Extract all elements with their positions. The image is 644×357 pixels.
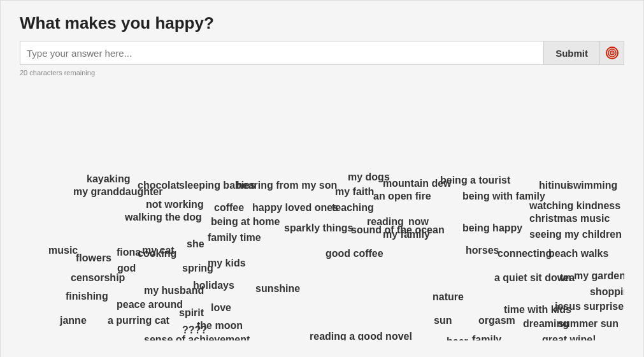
word-item[interactable]: happy loved ones — [252, 202, 338, 214]
word-item[interactable]: finishing — [66, 291, 108, 302]
word-item[interactable]: kayaking — [87, 173, 130, 185]
word-item[interactable]: beer — [447, 336, 468, 340]
word-item[interactable]: sunshine — [255, 283, 300, 295]
word-item[interactable]: being happy — [462, 222, 522, 234]
word-item[interactable]: family — [472, 334, 501, 340]
word-item[interactable]: love — [211, 302, 231, 314]
word-item[interactable]: my kids — [208, 258, 246, 269]
word-item[interactable]: my garden — [574, 270, 624, 282]
word-item[interactable]: spirit — [179, 307, 204, 319]
word-item[interactable]: teaching — [332, 202, 374, 214]
word-item[interactable]: fiona — [117, 247, 141, 258]
word-item[interactable]: connecting — [497, 248, 552, 259]
word-item[interactable]: an open fire — [373, 191, 431, 202]
word-item[interactable]: nature — [433, 291, 464, 303]
word-item[interactable]: my husband — [144, 285, 204, 296]
word-item[interactable]: janne — [60, 315, 87, 326]
word-item[interactable]: seeing my children — [529, 229, 622, 240]
submit-button[interactable]: Submit — [544, 41, 600, 65]
word-cloud: sunshinegood coffeemy familyfamily timem… — [20, 85, 624, 340]
word-item[interactable]: flowers — [76, 252, 111, 264]
word-item[interactable]: swimming — [568, 180, 617, 191]
word-item[interactable]: she — [187, 238, 204, 250]
word-item[interactable]: good coffee — [326, 248, 383, 259]
word-item[interactable]: coffee — [214, 202, 244, 214]
word-item[interactable]: not working — [146, 199, 204, 210]
target-icon-button[interactable] — [600, 41, 624, 65]
word-item[interactable]: a quiet sit down — [494, 272, 571, 284]
word-item[interactable]: time with kids — [504, 304, 571, 316]
word-item[interactable]: a purring cat — [108, 315, 169, 326]
word-item[interactable]: my cat — [142, 245, 175, 256]
word-item[interactable]: ???? — [182, 324, 207, 336]
word-item[interactable]: hitinui — [539, 180, 569, 191]
word-item[interactable]: sleeping well — [70, 339, 134, 340]
word-item[interactable]: surprises — [583, 301, 624, 312]
word-item[interactable]: mountain dew — [383, 178, 452, 189]
svg-point-3 — [612, 52, 613, 54]
answer-input[interactable] — [20, 41, 544, 65]
word-item[interactable]: great wine! — [542, 334, 596, 340]
word-item[interactable]: family time — [208, 232, 261, 244]
word-item[interactable]: censorship — [71, 272, 125, 284]
word-item[interactable]: walking the dog — [125, 212, 202, 223]
page-title: What makes you happy? — [20, 13, 624, 33]
input-row: Submit — [20, 41, 624, 65]
word-item[interactable]: reading a good novel — [310, 331, 412, 340]
main-container: What makes you happy? Submit 20 characte… — [0, 0, 644, 357]
word-item[interactable]: music — [48, 245, 78, 256]
word-item[interactable]: dreaming — [523, 318, 569, 330]
word-item[interactable]: horses — [466, 245, 499, 256]
word-item[interactable]: peace around — [117, 299, 183, 310]
word-item[interactable]: being at home — [211, 216, 280, 228]
word-item[interactable]: chocolat — [138, 180, 180, 191]
target-icon — [605, 46, 619, 60]
word-item[interactable]: sound of the ocean — [351, 224, 445, 236]
word-item[interactable]: watching kindness — [529, 200, 620, 212]
word-item[interactable]: beach walks — [548, 248, 608, 259]
word-item[interactable]: orgasm — [478, 315, 515, 326]
word-item[interactable]: sparkly things — [284, 222, 353, 234]
word-item[interactable]: my faith — [335, 186, 374, 198]
word-item[interactable]: shopping — [590, 286, 624, 298]
word-item[interactable]: hearing from my son — [236, 180, 337, 191]
word-item[interactable]: sun — [434, 315, 452, 326]
word-item[interactable]: christmas music — [529, 213, 610, 224]
chars-remaining: 20 characters remaining — [20, 69, 624, 76]
word-item[interactable]: spring — [182, 263, 213, 274]
